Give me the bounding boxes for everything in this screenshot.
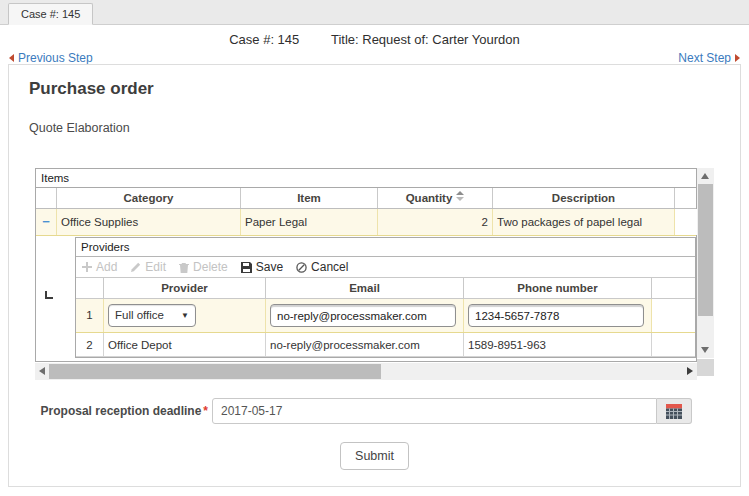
spacer-cell xyxy=(652,299,695,332)
cancel-label: Cancel xyxy=(311,260,348,274)
collapse-row-cell[interactable]: − xyxy=(36,209,57,235)
phone-column-header: Phone number xyxy=(464,278,652,298)
description-cell: Two packages of papel legal xyxy=(493,209,675,235)
case-header: Case #: 145 Title: Request of: Carter Yo… xyxy=(0,32,749,47)
phone-field[interactable] xyxy=(468,304,644,327)
expander-column-header xyxy=(36,188,57,208)
quantity-cell: 2 xyxy=(378,209,493,235)
cancel-button[interactable]: Cancel xyxy=(296,260,348,274)
providers-toolbar: Add Edit Delete Save xyxy=(76,257,695,278)
horizontal-scrollbar-thumb[interactable] xyxy=(49,364,381,379)
deadline-label: Proposal reception deadline* xyxy=(9,404,208,418)
email-cell xyxy=(266,299,464,332)
email-field[interactable] xyxy=(270,304,456,327)
horizontal-scrollbar[interactable] xyxy=(35,363,697,380)
row-number-cell: 2 xyxy=(76,333,104,357)
table-row[interactable]: − Office Supplies Paper Legal 2 Two pack… xyxy=(36,209,696,236)
next-step-label: Next Step xyxy=(678,51,731,65)
deadline-label-text: Proposal reception deadline xyxy=(41,404,202,418)
save-button[interactable]: Save xyxy=(241,260,283,274)
spacer-column-header xyxy=(675,188,698,208)
phone-cell: 1589-8951-963 xyxy=(464,333,652,357)
form-subtitle: Quote Elaboration xyxy=(29,121,130,135)
deadline-date-input[interactable] xyxy=(212,398,657,424)
providers-grid: Providers Add Edit Delete xyxy=(75,237,696,358)
item-cell: Paper Legal xyxy=(241,209,378,235)
previous-step-label: Previous Step xyxy=(18,51,93,65)
scroll-right-icon[interactable] xyxy=(687,367,693,375)
calendar-icon xyxy=(666,404,682,419)
case-title-text: Title: Request of: Carter Yourdon xyxy=(331,32,520,47)
items-grid-table: Items Category Item Quantity Description… xyxy=(35,168,697,362)
add-label: Add xyxy=(96,260,117,274)
provider-column-header: Provider xyxy=(104,278,266,298)
email-column-header: Email xyxy=(266,278,464,298)
providers-grid-title: Providers xyxy=(76,238,695,257)
save-label: Save xyxy=(256,260,283,274)
sort-icon[interactable] xyxy=(456,191,464,201)
item-column-header: Item xyxy=(241,188,378,208)
provider-cell: Full office ▼ xyxy=(104,299,266,332)
add-button[interactable]: Add xyxy=(82,260,117,274)
vertical-scrollbar-thumb[interactable] xyxy=(698,184,713,316)
subgrid-row: Providers Add Edit Delete xyxy=(36,236,696,361)
provider-cell: Office Depot xyxy=(104,333,266,357)
spacer-cell xyxy=(675,209,698,235)
case-number: Case #: 145 xyxy=(229,32,299,47)
spacer-cell xyxy=(652,333,695,357)
provider-select[interactable]: Full office ▼ xyxy=(108,304,196,327)
phone-cell xyxy=(464,299,652,332)
plus-icon xyxy=(82,262,92,272)
required-asterisk: * xyxy=(203,404,208,418)
vertical-scrollbar[interactable] xyxy=(697,168,714,358)
subgrid-indicator-cell xyxy=(36,236,75,358)
cancel-icon xyxy=(296,262,307,273)
quantity-header-label: Quantity xyxy=(406,192,453,204)
items-grid-header: Category Item Quantity Description xyxy=(36,188,696,209)
row-number-cell: 1 xyxy=(76,299,104,332)
provider-select-value: Full office xyxy=(115,305,164,326)
case-tab[interactable]: Case #: 145 xyxy=(8,3,93,25)
submit-row: Submit xyxy=(9,442,740,470)
deadline-field-row: Proposal reception deadline* xyxy=(9,398,740,424)
email-cell: no-reply@processmaker.com xyxy=(266,333,464,357)
delete-label: Delete xyxy=(193,260,228,274)
items-grid-title: Items xyxy=(36,169,696,188)
next-step-link[interactable]: Next Step xyxy=(678,51,740,65)
delete-button[interactable]: Delete xyxy=(179,260,228,274)
items-grid: Items Category Item Quantity Description… xyxy=(35,168,714,380)
calendar-button[interactable] xyxy=(657,398,692,424)
trash-icon xyxy=(179,262,189,273)
pencil-icon xyxy=(130,262,141,273)
previous-step-link[interactable]: Previous Step xyxy=(9,51,93,65)
spacer-column-header xyxy=(652,278,695,298)
submit-button[interactable]: Submit xyxy=(340,442,409,470)
description-column-header: Description xyxy=(493,188,675,208)
next-arrow-icon xyxy=(735,54,740,62)
scroll-up-icon[interactable] xyxy=(701,173,709,179)
providers-grid-header: Provider Email Phone number xyxy=(76,278,695,299)
edit-button[interactable]: Edit xyxy=(130,260,166,274)
floppy-icon xyxy=(241,262,252,273)
deadline-input-group xyxy=(212,398,692,424)
category-column-header: Category xyxy=(57,188,241,208)
category-cell: Office Supplies xyxy=(57,209,241,235)
edit-label: Edit xyxy=(145,260,166,274)
quantity-column-header[interactable]: Quantity xyxy=(378,188,493,208)
scroll-left-icon[interactable] xyxy=(39,367,45,375)
provider-row[interactable]: 2 Office Depot no-reply@processmaker.com… xyxy=(76,333,695,357)
tab-strip: Case #: 145 xyxy=(0,0,749,25)
page-title: Purchase order xyxy=(29,79,154,99)
scrollbar-corner xyxy=(697,359,714,376)
subrow-corner-icon xyxy=(45,291,53,299)
form-panel: Purchase order Quote Elaboration Items C… xyxy=(8,64,741,487)
row-number-column-header xyxy=(76,278,104,298)
collapse-icon[interactable]: − xyxy=(40,209,52,235)
provider-row-editing: 1 Full office ▼ xyxy=(76,299,695,333)
chevron-down-icon: ▼ xyxy=(181,305,189,326)
scroll-down-icon[interactable] xyxy=(701,347,709,353)
previous-arrow-icon xyxy=(9,54,14,62)
